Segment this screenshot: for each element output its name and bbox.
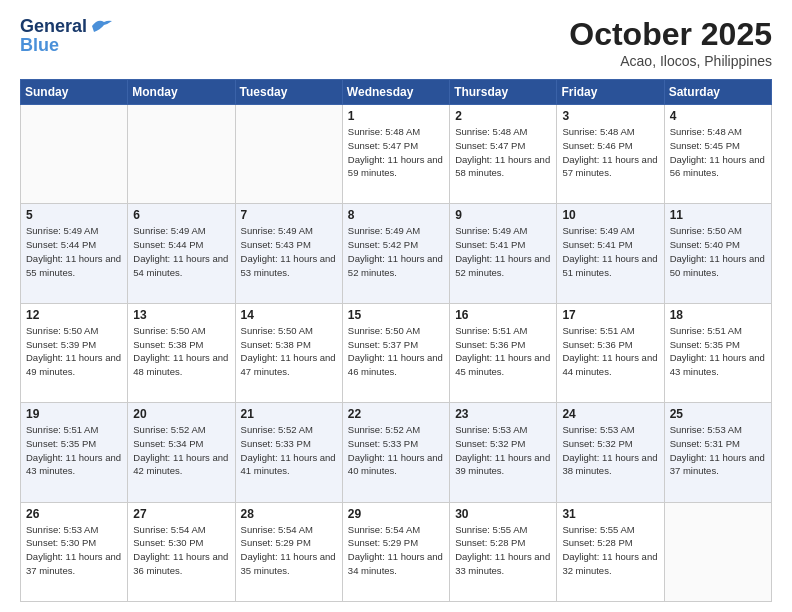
day-info: Sunrise: 5:53 AM Sunset: 5:31 PM Dayligh…	[670, 423, 766, 478]
day-info: Sunrise: 5:51 AM Sunset: 5:35 PM Dayligh…	[670, 324, 766, 379]
calendar-table: Sunday Monday Tuesday Wednesday Thursday…	[20, 79, 772, 602]
day-number: 25	[670, 407, 766, 421]
calendar-cell	[128, 105, 235, 204]
day-info: Sunrise: 5:54 AM Sunset: 5:29 PM Dayligh…	[348, 523, 444, 578]
calendar-cell: 21Sunrise: 5:52 AM Sunset: 5:33 PM Dayli…	[235, 403, 342, 502]
calendar-cell: 17Sunrise: 5:51 AM Sunset: 5:36 PM Dayli…	[557, 303, 664, 402]
day-info: Sunrise: 5:48 AM Sunset: 5:45 PM Dayligh…	[670, 125, 766, 180]
calendar-cell: 6Sunrise: 5:49 AM Sunset: 5:44 PM Daylig…	[128, 204, 235, 303]
day-info: Sunrise: 5:53 AM Sunset: 5:32 PM Dayligh…	[455, 423, 551, 478]
day-number: 19	[26, 407, 122, 421]
logo: General Blue	[20, 16, 112, 56]
day-number: 18	[670, 308, 766, 322]
day-number: 10	[562, 208, 658, 222]
day-info: Sunrise: 5:49 AM Sunset: 5:42 PM Dayligh…	[348, 224, 444, 279]
day-number: 11	[670, 208, 766, 222]
day-number: 17	[562, 308, 658, 322]
calendar-cell: 4Sunrise: 5:48 AM Sunset: 5:45 PM Daylig…	[664, 105, 771, 204]
day-info: Sunrise: 5:53 AM Sunset: 5:30 PM Dayligh…	[26, 523, 122, 578]
day-info: Sunrise: 5:51 AM Sunset: 5:36 PM Dayligh…	[562, 324, 658, 379]
day-number: 22	[348, 407, 444, 421]
day-info: Sunrise: 5:49 AM Sunset: 5:44 PM Dayligh…	[26, 224, 122, 279]
calendar-cell: 26Sunrise: 5:53 AM Sunset: 5:30 PM Dayli…	[21, 502, 128, 601]
calendar-cell: 8Sunrise: 5:49 AM Sunset: 5:42 PM Daylig…	[342, 204, 449, 303]
calendar-cell: 22Sunrise: 5:52 AM Sunset: 5:33 PM Dayli…	[342, 403, 449, 502]
day-number: 15	[348, 308, 444, 322]
calendar-cell: 27Sunrise: 5:54 AM Sunset: 5:30 PM Dayli…	[128, 502, 235, 601]
calendar-cell: 29Sunrise: 5:54 AM Sunset: 5:29 PM Dayli…	[342, 502, 449, 601]
day-number: 16	[455, 308, 551, 322]
calendar-cell: 14Sunrise: 5:50 AM Sunset: 5:38 PM Dayli…	[235, 303, 342, 402]
calendar-cell: 30Sunrise: 5:55 AM Sunset: 5:28 PM Dayli…	[450, 502, 557, 601]
day-info: Sunrise: 5:50 AM Sunset: 5:37 PM Dayligh…	[348, 324, 444, 379]
month-title: October 2025	[569, 16, 772, 53]
day-number: 13	[133, 308, 229, 322]
calendar-cell: 2Sunrise: 5:48 AM Sunset: 5:47 PM Daylig…	[450, 105, 557, 204]
day-number: 20	[133, 407, 229, 421]
calendar-cell: 15Sunrise: 5:50 AM Sunset: 5:37 PM Dayli…	[342, 303, 449, 402]
day-info: Sunrise: 5:55 AM Sunset: 5:28 PM Dayligh…	[562, 523, 658, 578]
logo-blue: Blue	[20, 35, 59, 56]
header-wednesday: Wednesday	[342, 80, 449, 105]
calendar-week-5: 26Sunrise: 5:53 AM Sunset: 5:30 PM Dayli…	[21, 502, 772, 601]
calendar-cell	[664, 502, 771, 601]
calendar-cell: 28Sunrise: 5:54 AM Sunset: 5:29 PM Dayli…	[235, 502, 342, 601]
calendar-week-2: 5Sunrise: 5:49 AM Sunset: 5:44 PM Daylig…	[21, 204, 772, 303]
calendar-cell: 13Sunrise: 5:50 AM Sunset: 5:38 PM Dayli…	[128, 303, 235, 402]
day-info: Sunrise: 5:55 AM Sunset: 5:28 PM Dayligh…	[455, 523, 551, 578]
day-info: Sunrise: 5:54 AM Sunset: 5:30 PM Dayligh…	[133, 523, 229, 578]
calendar-cell	[21, 105, 128, 204]
day-number: 7	[241, 208, 337, 222]
day-number: 6	[133, 208, 229, 222]
day-number: 21	[241, 407, 337, 421]
day-number: 5	[26, 208, 122, 222]
day-info: Sunrise: 5:51 AM Sunset: 5:36 PM Dayligh…	[455, 324, 551, 379]
calendar-cell: 31Sunrise: 5:55 AM Sunset: 5:28 PM Dayli…	[557, 502, 664, 601]
day-number: 28	[241, 507, 337, 521]
calendar-week-1: 1Sunrise: 5:48 AM Sunset: 5:47 PM Daylig…	[21, 105, 772, 204]
day-number: 8	[348, 208, 444, 222]
title-area: October 2025 Acao, Ilocos, Philippines	[569, 16, 772, 69]
day-info: Sunrise: 5:49 AM Sunset: 5:44 PM Dayligh…	[133, 224, 229, 279]
day-number: 30	[455, 507, 551, 521]
calendar-cell: 24Sunrise: 5:53 AM Sunset: 5:32 PM Dayli…	[557, 403, 664, 502]
calendar-cell: 20Sunrise: 5:52 AM Sunset: 5:34 PM Dayli…	[128, 403, 235, 502]
day-number: 24	[562, 407, 658, 421]
page: General Blue October 2025 Acao, Ilocos, …	[0, 0, 792, 612]
calendar-week-4: 19Sunrise: 5:51 AM Sunset: 5:35 PM Dayli…	[21, 403, 772, 502]
day-info: Sunrise: 5:49 AM Sunset: 5:43 PM Dayligh…	[241, 224, 337, 279]
weekday-header-row: Sunday Monday Tuesday Wednesday Thursday…	[21, 80, 772, 105]
day-info: Sunrise: 5:53 AM Sunset: 5:32 PM Dayligh…	[562, 423, 658, 478]
day-info: Sunrise: 5:48 AM Sunset: 5:47 PM Dayligh…	[348, 125, 444, 180]
header-monday: Monday	[128, 80, 235, 105]
day-info: Sunrise: 5:50 AM Sunset: 5:39 PM Dayligh…	[26, 324, 122, 379]
day-number: 27	[133, 507, 229, 521]
day-number: 29	[348, 507, 444, 521]
day-info: Sunrise: 5:49 AM Sunset: 5:41 PM Dayligh…	[455, 224, 551, 279]
day-info: Sunrise: 5:50 AM Sunset: 5:38 PM Dayligh…	[241, 324, 337, 379]
calendar-cell	[235, 105, 342, 204]
day-info: Sunrise: 5:50 AM Sunset: 5:38 PM Dayligh…	[133, 324, 229, 379]
calendar-cell: 16Sunrise: 5:51 AM Sunset: 5:36 PM Dayli…	[450, 303, 557, 402]
calendar-cell: 18Sunrise: 5:51 AM Sunset: 5:35 PM Dayli…	[664, 303, 771, 402]
day-info: Sunrise: 5:50 AM Sunset: 5:40 PM Dayligh…	[670, 224, 766, 279]
header-thursday: Thursday	[450, 80, 557, 105]
day-info: Sunrise: 5:52 AM Sunset: 5:33 PM Dayligh…	[241, 423, 337, 478]
day-number: 9	[455, 208, 551, 222]
calendar-cell: 19Sunrise: 5:51 AM Sunset: 5:35 PM Dayli…	[21, 403, 128, 502]
calendar-cell: 9Sunrise: 5:49 AM Sunset: 5:41 PM Daylig…	[450, 204, 557, 303]
day-info: Sunrise: 5:51 AM Sunset: 5:35 PM Dayligh…	[26, 423, 122, 478]
calendar-cell: 1Sunrise: 5:48 AM Sunset: 5:47 PM Daylig…	[342, 105, 449, 204]
calendar-cell: 5Sunrise: 5:49 AM Sunset: 5:44 PM Daylig…	[21, 204, 128, 303]
location-subtitle: Acao, Ilocos, Philippines	[569, 53, 772, 69]
header-friday: Friday	[557, 80, 664, 105]
day-info: Sunrise: 5:48 AM Sunset: 5:47 PM Dayligh…	[455, 125, 551, 180]
calendar-cell: 10Sunrise: 5:49 AM Sunset: 5:41 PM Dayli…	[557, 204, 664, 303]
header-saturday: Saturday	[664, 80, 771, 105]
calendar-cell: 7Sunrise: 5:49 AM Sunset: 5:43 PM Daylig…	[235, 204, 342, 303]
calendar-cell: 12Sunrise: 5:50 AM Sunset: 5:39 PM Dayli…	[21, 303, 128, 402]
day-info: Sunrise: 5:54 AM Sunset: 5:29 PM Dayligh…	[241, 523, 337, 578]
day-number: 2	[455, 109, 551, 123]
header-sunday: Sunday	[21, 80, 128, 105]
day-info: Sunrise: 5:49 AM Sunset: 5:41 PM Dayligh…	[562, 224, 658, 279]
